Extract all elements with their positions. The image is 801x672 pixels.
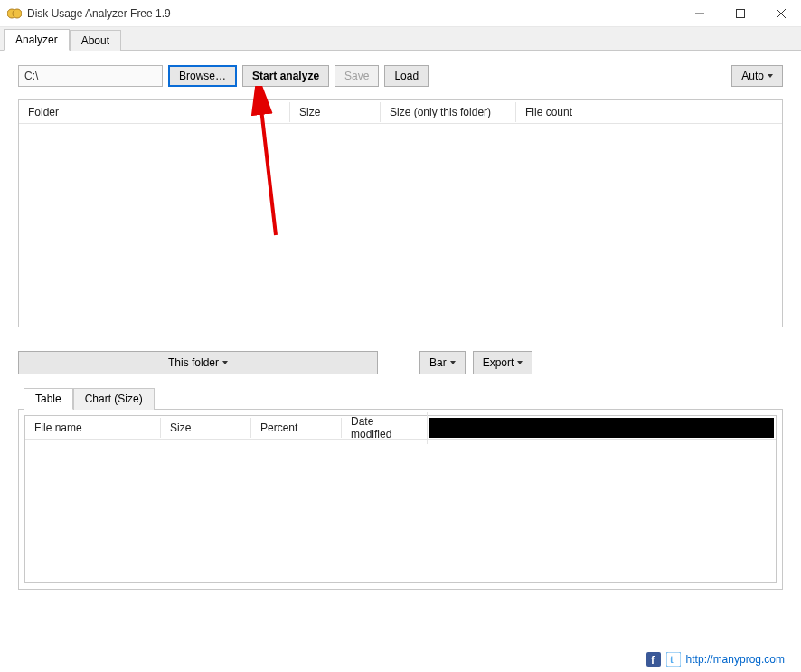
footer-link[interactable]: http://manyprog.com (686, 653, 785, 666)
col-size-only[interactable]: Size (only this folder) (381, 102, 516, 122)
svg-text:t: t (670, 654, 674, 665)
auto-dropdown[interactable]: Auto (731, 65, 783, 87)
start-analyze-button[interactable]: Start analyze (242, 65, 329, 87)
close-button[interactable] (760, 0, 801, 26)
col-folder[interactable]: Folder (19, 102, 290, 122)
app-icon (7, 6, 22, 21)
detail-tabstrip: Table Chart (Size) (18, 387, 783, 410)
tab-analyzer[interactable]: Analyzer (4, 29, 70, 51)
svg-rect-3 (736, 9, 744, 17)
main-tabstrip: Analyzer About (0, 27, 801, 51)
minimize-button[interactable] (679, 0, 720, 26)
col-file-count[interactable]: File count (516, 102, 589, 122)
col-file-size[interactable]: Size (161, 418, 251, 438)
file-grid[interactable]: File name Size Percent Date modified (24, 415, 777, 583)
load-button[interactable]: Load (384, 65, 429, 87)
col-size[interactable]: Size (290, 102, 381, 122)
mid-toolbar: This folder Bar Export (18, 351, 783, 374)
facebook-icon[interactable]: f (646, 652, 661, 667)
folder-grid-header: Folder Size Size (only this folder) File… (19, 100, 782, 124)
header-filler (429, 418, 774, 438)
toolbar: Browse… Start analyze Save Load Auto (18, 65, 783, 87)
file-grid-header: File name Size Percent Date modified (25, 416, 776, 440)
col-file-name[interactable]: File name (25, 418, 161, 438)
titlebar: Disk Usage Analyzer Free 1.9 (0, 0, 801, 27)
folder-grid[interactable]: Folder Size Size (only this folder) File… (18, 99, 783, 327)
this-folder-dropdown[interactable]: This folder (18, 351, 378, 374)
path-input[interactable] (18, 65, 163, 87)
maximize-button[interactable] (720, 0, 760, 26)
col-percent[interactable]: Percent (251, 418, 342, 438)
window-title: Disk Usage Analyzer Free 1.9 (27, 7, 171, 20)
detail-panel: File name Size Percent Date modified (18, 410, 783, 590)
tab-chart-size[interactable]: Chart (Size) (73, 388, 155, 410)
bar-dropdown[interactable]: Bar (419, 351, 466, 374)
col-date-modified[interactable]: Date modified (342, 412, 428, 444)
footer: f t http://manyprog.com (646, 652, 785, 667)
tab-table[interactable]: Table (24, 388, 73, 410)
export-dropdown[interactable]: Export (473, 351, 533, 374)
svg-point-1 (13, 9, 22, 18)
save-button: Save (335, 65, 379, 87)
browse-button[interactable]: Browse… (168, 65, 237, 87)
twitter-icon[interactable]: t (666, 652, 681, 667)
tab-about[interactable]: About (70, 30, 121, 51)
content-area: Browse… Start analyze Save Load Auto Fol… (0, 51, 801, 599)
svg-rect-10 (666, 652, 681, 667)
